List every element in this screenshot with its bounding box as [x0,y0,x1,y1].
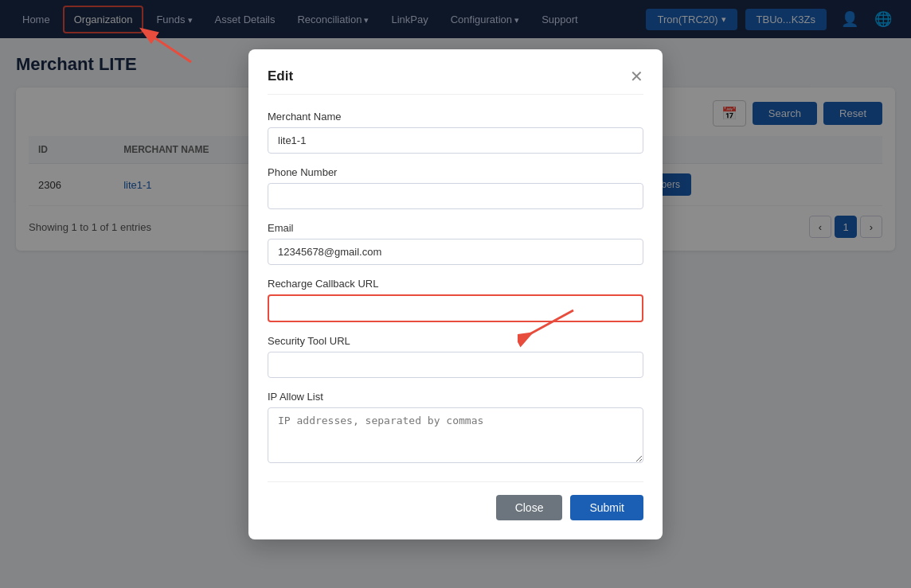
merchant-name-input[interactable] [268,127,643,154]
modal-title: Edit [268,68,293,84]
merchant-name-group: Merchant Name [268,111,643,154]
phone-input[interactable] [268,183,643,209]
edit-modal: Edit ✕ Merchant Name Phone Number Email … [248,49,663,267]
email-group: Email [268,222,643,265]
phone-group: Phone Number [268,166,643,209]
email-label: Email [268,222,643,234]
merchant-name-label: Merchant Name [268,111,643,123]
modal-header: Edit ✕ [268,68,643,95]
email-input[interactable] [268,239,643,265]
modal-close-button[interactable]: ✕ [630,68,643,84]
phone-label: Phone Number [268,166,643,178]
modal-overlay: Edit ✕ Merchant Name Phone Number Email … [0,0,911,267]
